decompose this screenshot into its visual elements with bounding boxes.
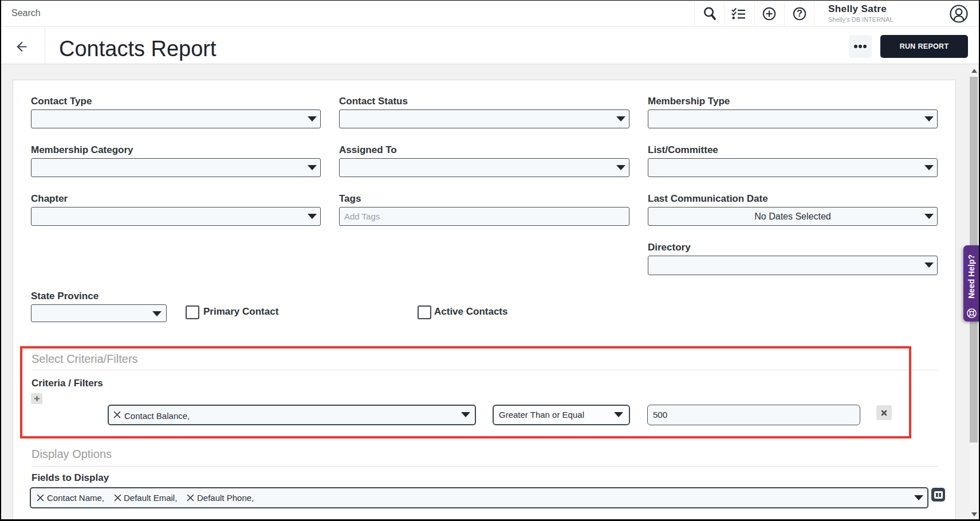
- svg-text:?: ?: [797, 8, 802, 18]
